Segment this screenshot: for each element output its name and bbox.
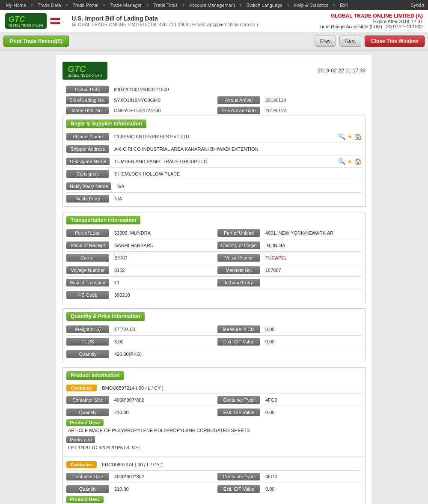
product-desc-1-label: Product Desc <box>66 419 104 426</box>
mater-bol-value: ONEYDELU34724700 <box>112 107 162 114</box>
actual-arrival-value: 20190124 <box>264 97 288 104</box>
expire-date: Expire After 2019-12-31 <box>319 19 423 24</box>
container-2-label: Container <box>66 461 97 468</box>
close-button-top[interactable]: Close This Window <box>365 36 425 47</box>
marks-1-label: Marks and <box>66 436 95 443</box>
consignee-label: Consignee <box>66 170 109 178</box>
transportation-title: Transportation Information <box>66 216 140 224</box>
esti-arrival-value: 20190122 <box>264 107 288 114</box>
manifest-no-value: 187887 <box>264 267 283 274</box>
consignee-star-icon[interactable]: ★ <box>347 158 353 165</box>
header-title: U.S. Import Bill of Lading Data GLOBAL T… <box>71 15 258 27</box>
product-information-section: Product Information Container BMOU659721… <box>62 367 366 504</box>
vessel-name-label: Vessel Name <box>217 254 260 262</box>
in-bond-entry-label: In-bond Entry <box>217 279 260 286</box>
place-of-receipt-label: Place of Receipt <box>66 242 109 249</box>
shipper-star-icon[interactable]: ★ <box>347 133 353 140</box>
time-range: Time Range Accessible (LDR) : 200712 ~ 2… <box>319 24 423 29</box>
consignee-name-label: Consignee Name <box>66 158 110 165</box>
doc-logo: GTC GLOBAL TRADE ONLINE <box>62 62 107 80</box>
print-button-top[interactable]: Print Trade Record(S) <box>3 36 69 47</box>
notify-party-name-value: N/A <box>115 183 126 190</box>
product-desc-1-value: ARTICLE MADE OF POLYPROPYLENE POLYPROPYL… <box>63 427 365 435</box>
doc-datetime: 2019-02-22 11:17:39 <box>318 68 366 74</box>
global-data-row: Global Data 600320190126000271500 <box>62 84 366 95</box>
container-size-2-label: Container Size <box>66 473 109 480</box>
actual-arrival-label: Actual Arrival <box>217 96 260 104</box>
in-bond-entry-value <box>264 282 267 283</box>
consignee-name-value: LUMBER AND PANEL TRADE GROUP LLC <box>113 158 209 165</box>
nav-trade-data[interactable]: Trade Data <box>35 2 64 9</box>
nav-exit[interactable]: Exit <box>337 2 350 9</box>
quantity-1-value: 210.00 <box>113 409 131 416</box>
transportation-section: Transportation Information Port of Load … <box>62 212 366 303</box>
quantity-price-title: Quantity & Price Information <box>66 312 145 321</box>
country-of-origin-value: IN, INDIA <box>264 242 287 249</box>
bill-of-lading-value: SYXO1819NYC06940 <box>112 97 162 104</box>
next-button-top[interactable]: Next <box>339 36 361 47</box>
container-type-1-label: Container Type <box>217 396 260 404</box>
main-content: GTC GLOBAL TRADE ONLINE 2019-02-22 11:17… <box>0 51 428 504</box>
product-2-container-row: Container FDCU0607674 ( 00 / L / CY ) <box>63 460 365 469</box>
notify-party-label: Notify Party <box>66 195 109 203</box>
quantity-2-label: Quantity <box>66 485 109 493</box>
doc-header: GTC GLOBAL TRADE ONLINE 2019-02-22 11:17… <box>62 62 366 80</box>
nav-my-home[interactable]: My Home <box>3 2 29 9</box>
header-right: GLOBAL TRADE ONLINE LIMITED (A) Expire A… <box>319 13 423 29</box>
shipper-address-value: A-6 C RIICO INDUSTRIAL AREA KAHARANI BHI… <box>113 146 260 152</box>
esti-cif-value-value: 0.00 <box>264 338 276 345</box>
shipper-search-icon[interactable]: 🔍 <box>338 133 345 140</box>
nav-trade-manager[interactable]: Trade Manager <box>107 2 144 9</box>
nav-help-statistics[interactable]: Help & Statistics <box>291 2 331 9</box>
esti-cif-value-label: Esti. CIF Value <box>217 338 260 346</box>
mater-bol-row: Mater BOL No. ONEYDELU34724700 Esti Arri… <box>62 105 366 116</box>
prev-button-top[interactable]: Prev <box>315 36 336 47</box>
nav-trade-portal[interactable]: Trade Portal <box>70 2 101 9</box>
consignee-home-icon[interactable]: 🏠 <box>354 158 362 165</box>
weight-kg-value: 17,724.00 <box>113 326 137 333</box>
flag-separator: - <box>62 18 64 24</box>
nav-trade-tools[interactable]: Trade Tools <box>151 2 180 9</box>
manifest-no-label: Manifest No. <box>217 266 260 274</box>
consignee-search-icon[interactable]: 🔍 <box>338 158 345 165</box>
shipper-address-label: Shipper Address <box>66 145 109 153</box>
esti-cif-1-value: 0.00 <box>264 409 276 416</box>
teus-label: TEUS <box>66 338 109 346</box>
document: GTC GLOBAL TRADE ONLINE 2019-02-22 11:17… <box>56 55 372 504</box>
buyer-supplier-section: Buyer & Supplier Information Shipper Nam… <box>62 116 366 207</box>
container-size-2-value: 4000*907*802 <box>113 473 146 480</box>
container-size-1-value: 4000*907*802 <box>113 397 146 403</box>
measure-in-cm-value: 0.00 <box>264 326 276 333</box>
shipper-home-icon[interactable]: 🏠 <box>354 133 362 140</box>
container-type-1-value: 4FG0 <box>264 397 279 403</box>
global-data-label: Global Data <box>66 86 109 93</box>
voyage-number-value: 8152 <box>113 267 126 274</box>
hs-code-value: 390210 <box>113 292 132 298</box>
quantity-label: Quantity <box>66 350 109 358</box>
voyage-number-label: Voyage Number <box>66 266 109 274</box>
logo-text: GTC <box>9 15 43 24</box>
place-of-receipt-value: GARHI HARSARU <box>113 242 155 249</box>
nav-account-management[interactable]: Account Management <box>187 2 238 9</box>
carrier-label: Carrier <box>66 254 109 262</box>
teus-value: 3.00 <box>113 338 125 345</box>
product-information-title: Product Information <box>66 371 124 380</box>
consignee-value: 5 HEMLOCK HOLLOW PLACE <box>113 170 181 177</box>
quantity-price-section: Quantity & Price Information Weight (KG)… <box>62 308 366 362</box>
nav-switch-language[interactable]: Switch Language <box>244 2 285 9</box>
way-of-transport-label: Way of Transport <box>66 279 109 286</box>
quantity-value: 420.00(PKG) <box>113 351 143 358</box>
port-of-unload-label: Port of Unload <box>217 229 260 237</box>
carrier-value: SYXO <box>113 254 129 261</box>
container-2-value: FDCU0607674 ( 00 / L / CY ) <box>100 461 164 468</box>
header-bar: GTC GLOBAL TRADE ONLINE - U.S. Import Bi… <box>0 10 428 32</box>
product-desc-2-label: Product Desc <box>66 496 104 503</box>
quantity-1-label: Quantity <box>66 409 109 416</box>
way-of-transport-value: 11 <box>113 279 121 286</box>
top-navigation: My Home ▼ Trade Data ▼ Trade Portal ▼ Tr… <box>0 0 428 10</box>
esti-cif-2-label: Esti. CIF Value <box>217 485 260 493</box>
bill-of-lading-label: Bill of Lading No. <box>66 96 109 104</box>
port-of-load-label: Port of Load <box>66 229 109 237</box>
country-of-origin-label: Country of Origin <box>217 242 260 249</box>
contact-info: GLOBAL TRADE ONLINE LIMITED ( Tel: 400-7… <box>71 22 258 27</box>
